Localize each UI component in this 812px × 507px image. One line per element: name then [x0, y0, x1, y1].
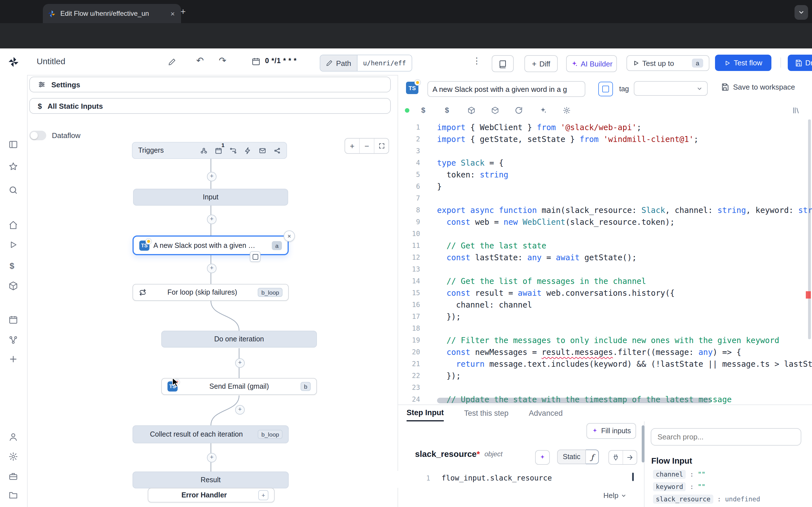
ai-builder-button[interactable]: AI Builder: [566, 55, 617, 72]
schedule-calendar-icon[interactable]: [252, 57, 260, 66]
code-line[interactable]: 18: [398, 323, 812, 335]
expression-text[interactable]: flow_input.slack_resource: [442, 474, 552, 482]
save-to-workspace-button[interactable]: Save to workspace: [721, 83, 795, 91]
add-step-button[interactable]: +: [235, 405, 245, 414]
websocket-icon[interactable]: [244, 147, 252, 154]
triggers-node[interactable]: Triggers 1: [132, 142, 287, 159]
schedule-trigger-icon[interactable]: [215, 147, 222, 154]
slack-step-node[interactable]: TS A new Slack post with a given wor... …: [133, 235, 289, 255]
expression-mode-button[interactable]: ƒ: [586, 450, 599, 464]
panel-icon[interactable]: [8, 140, 18, 149]
add-plus-icon[interactable]: [8, 354, 18, 364]
code-line[interactable]: 20 const newMessages = result.messages.f…: [398, 346, 812, 358]
webhook-icon[interactable]: [200, 147, 207, 154]
code-line[interactable]: 23: [398, 382, 812, 394]
edit-title-pencil-icon[interactable]: [168, 58, 176, 66]
expression-editor[interactable]: 1 flow_input.slack_resource: [398, 471, 640, 488]
kafka-icon[interactable]: [273, 147, 281, 154]
code-line[interactable]: 2import { getState, setState } from 'win…: [398, 133, 812, 145]
plug-button[interactable]: [609, 451, 623, 464]
resources-cube-icon[interactable]: [8, 281, 18, 291]
reload-code-icon[interactable]: [515, 107, 523, 114]
code-line[interactable]: 17 });: [398, 311, 812, 323]
search-prop-input[interactable]: [651, 428, 801, 446]
tag-select[interactable]: [634, 81, 708, 96]
editor-horizontal-scrollbar[interactable]: [437, 398, 711, 403]
bottom-scrollbar-thumb[interactable]: [642, 425, 645, 462]
cache-indicator-button[interactable]: [250, 251, 260, 262]
path-value-segment[interactable]: u/henri/eff: [357, 55, 412, 71]
insert-arrow-button[interactable]: [623, 451, 637, 464]
input-node[interactable]: Input: [133, 189, 288, 206]
tab-test-this-step[interactable]: Test this step: [464, 409, 509, 417]
help-link[interactable]: Help: [603, 491, 626, 500]
step-summary-input[interactable]: [427, 81, 585, 97]
add-step-button[interactable]: +: [207, 453, 216, 462]
library-package-icon[interactable]: [491, 107, 499, 114]
package-icon[interactable]: [467, 107, 475, 114]
path-control[interactable]: Path u/henri/eff: [320, 55, 412, 71]
code-line[interactable]: 11 // Get the last state: [398, 240, 812, 252]
flows-branch-icon[interactable]: [8, 335, 18, 345]
more-menu-icon[interactable]: ⋮: [472, 56, 481, 66]
redo-icon[interactable]: ↷: [219, 55, 226, 66]
fit-view-button[interactable]: [374, 138, 389, 153]
flow-title[interactable]: Untitled: [37, 56, 65, 66]
workers-toolbox-icon[interactable]: [8, 471, 18, 481]
code-line[interactable]: 22 });: [398, 370, 812, 382]
code-line[interactable]: 10: [398, 228, 812, 240]
test-up-to-button[interactable]: Test up to a: [626, 55, 709, 71]
remove-step-button[interactable]: ×: [284, 230, 295, 242]
http-route-icon[interactable]: [230, 147, 237, 154]
code-line[interactable]: 19 // Filter the messages to only includ…: [398, 335, 812, 346]
static-mode-button[interactable]: Static: [557, 450, 586, 464]
zoom-in-button[interactable]: +: [345, 138, 360, 153]
flow-input-row[interactable]: channel : "": [653, 468, 805, 481]
forloop-node[interactable]: For loop (skip failures) b_loop: [133, 284, 289, 301]
code-line[interactable]: 8export async function main(slack_resour…: [398, 205, 812, 216]
cron-expression[interactable]: 0 */1 * * *: [265, 57, 297, 65]
docs-book-button[interactable]: [492, 55, 514, 72]
flow-input-row[interactable]: keyword : "": [653, 481, 805, 493]
user-icon[interactable]: [8, 432, 18, 442]
resources-picker-icon[interactable]: $: [445, 106, 449, 114]
code-line[interactable]: 16 channel: channel: [398, 299, 812, 311]
code-line[interactable]: 12 const lastState: any = await getState…: [398, 252, 812, 264]
code-line[interactable]: 1import { WebClient } from '@slack/web-a…: [398, 122, 812, 133]
schedules-calendar-icon[interactable]: [8, 315, 18, 325]
code-line[interactable]: 5 token: string: [398, 169, 812, 181]
code-line[interactable]: 13: [398, 264, 812, 276]
settings-gear-icon[interactable]: [8, 452, 18, 461]
tab-search-button[interactable]: [795, 5, 808, 20]
home-icon[interactable]: [8, 220, 18, 230]
email-step-node[interactable]: TS Send Email (gmail) b: [161, 378, 317, 395]
editor-expand-button[interactable]: [598, 82, 613, 96]
email-trigger-icon[interactable]: [259, 147, 266, 154]
folders-icon[interactable]: [8, 490, 18, 500]
code-editor[interactable]: 1import { WebClient } from '@slack/web-a…: [398, 115, 812, 404]
error-handler-node[interactable]: Error Handler +: [148, 488, 274, 503]
ai-assistant-icon[interactable]: [539, 107, 547, 114]
diff-button[interactable]: + Diff: [524, 55, 558, 72]
draft-button[interactable]: Draft: [788, 55, 812, 71]
settings-row[interactable]: Settings: [29, 76, 391, 93]
path-label-segment[interactable]: Path: [320, 55, 357, 71]
add-step-button[interactable]: +: [207, 215, 216, 224]
new-tab-button[interactable]: +: [181, 7, 186, 17]
tab-advanced[interactable]: Advanced: [529, 409, 563, 417]
assets-library-icon[interactable]: [792, 107, 800, 114]
expression-scrollbar[interactable]: [632, 473, 634, 481]
editor-vertical-scrollbar[interactable]: [808, 119, 811, 339]
flow-input-row[interactable]: slack_resource : undefined: [653, 493, 805, 505]
result-node[interactable]: Result: [133, 471, 289, 489]
code-line[interactable]: 7: [398, 193, 812, 205]
code-line[interactable]: 21 return message.text.includes(keyword)…: [398, 358, 812, 370]
variables-dollar-icon[interactable]: $: [10, 261, 14, 270]
code-line[interactable]: 6}: [398, 181, 812, 193]
undo-icon[interactable]: ↶: [196, 55, 204, 66]
browser-tab[interactable]: Edit Flow u/henri/effective_un ×: [43, 4, 181, 23]
windmill-logo[interactable]: [7, 56, 20, 68]
favorites-star-icon[interactable]: [8, 162, 18, 171]
static-inputs-row[interactable]: $ All Static Inputs: [29, 98, 391, 114]
code-line[interactable]: 14 // Get the list of messages in the ch…: [398, 276, 812, 287]
